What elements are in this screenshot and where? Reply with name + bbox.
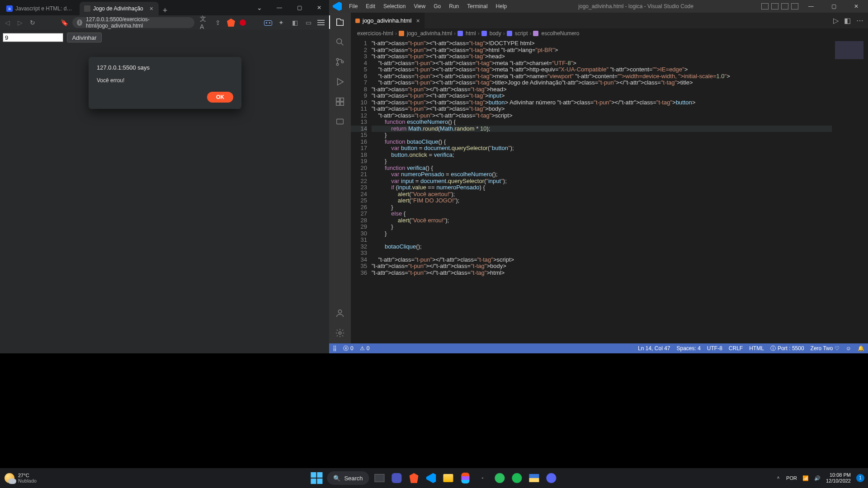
code-content[interactable]: "t-attr">class="t-pun"><"t-attr">class="… [372,38,832,343]
translate-icon[interactable]: 文A [200,18,209,27]
reload-button[interactable]: ↻ [28,18,37,27]
menu-help[interactable]: Help [492,1,511,11]
forward-button[interactable]: ▷ [15,18,24,27]
remote-icon[interactable]: ⣿ [333,345,337,352]
menu-view[interactable]: View [410,1,429,11]
guess-button[interactable]: Adivinhar [67,33,101,42]
bell-icon[interactable]: 🔔 [858,345,864,352]
taskbar-app-spotify[interactable] [510,471,524,485]
close-button[interactable]: ✕ [846,3,866,9]
brave-shield-icon[interactable] [227,19,235,27]
share-icon[interactable]: ⇪ [213,18,222,27]
explorer-icon[interactable] [334,16,346,28]
language-mode[interactable]: HTML [749,345,764,352]
crumb[interactable]: exercicios-html [357,30,393,37]
taskbar-app-monitor[interactable] [528,471,541,485]
site-info-icon[interactable]: i [77,19,82,26]
tray-volume-icon[interactable]: 🔊 [814,475,821,481]
dialog-ok-button[interactable]: OK [207,92,233,103]
close-icon[interactable]: × [416,17,420,24]
problems-warnings[interactable]: ⚠ 0 [360,345,370,352]
taskbar-app-figma[interactable] [459,471,472,485]
search-icon[interactable] [334,36,346,48]
taskbar-app-vscode[interactable] [425,471,438,485]
crumb[interactable]: html [466,30,476,37]
split-editor-icon[interactable]: ◧ [844,16,851,25]
tray-clock[interactable]: 10:08 PM 12/10/2022 [826,472,851,484]
crumb[interactable]: jogo_adivinha.html [407,30,452,37]
sidepanel-icon[interactable]: ◧ [290,18,299,27]
brave-rewards-icon[interactable] [240,19,246,26]
layout-icon[interactable] [791,3,798,9]
menu-run[interactable]: Run [445,1,462,11]
new-tab-button[interactable]: + [159,6,171,15]
page-content: Adivinhar 127.0.0.1:5500 says Você errou… [0,30,329,353]
run-debug-icon[interactable] [334,76,346,88]
wallet-icon[interactable]: ▭ [304,18,313,27]
task-view-button[interactable] [373,471,387,485]
more-icon[interactable]: ⋯ [856,16,863,25]
maximize-button[interactable]: ▢ [824,3,844,9]
notifications-button[interactable]: 1 [856,474,864,482]
cursor-position[interactable]: Ln 14, Col 47 [638,345,670,352]
taskbar-app-explorer[interactable] [442,471,455,485]
taskbar-app-evernote[interactable] [493,471,507,485]
close-icon[interactable]: × [150,5,153,12]
taskbar-app-discord[interactable] [545,471,558,485]
tray-language[interactable]: POR [786,475,797,481]
tray-chevron-icon[interactable]: ＾ [776,475,781,482]
taskbar-search[interactable]: 🔍 Search [327,471,369,485]
problems-errors[interactable]: ⓧ 0 [343,345,354,352]
crumb[interactable]: escolheNumero [541,30,579,37]
taskbar-app-notion[interactable] [476,471,490,485]
browser-tab-active[interactable]: Jogo de Adivinhação × [80,2,159,15]
crumb[interactable]: script [515,30,528,37]
breadcrumbs[interactable]: exercicios-html› jogo_adivinha.html› htm… [351,28,868,38]
file-tab[interactable]: jogo_adivinha.html × [351,13,425,28]
browser-tab-inactive[interactable]: a Javascript e HTML: desenvolva um jog [2,2,80,15]
eol[interactable]: CRLF [729,345,743,352]
minimize-button[interactable]: — [801,3,821,9]
address-bar[interactable]: i 127.0.0.1:5500/exercicios-html/jogo_ad… [72,17,194,28]
feedback-icon[interactable]: ☺ [846,345,851,352]
layout-icon[interactable] [781,3,788,9]
minimap[interactable] [832,38,868,343]
taskbar-app-teams[interactable] [390,471,404,485]
back-button[interactable]: ◁ [3,18,12,27]
menu-file[interactable]: File [345,1,361,11]
source-control-icon[interactable] [334,56,346,68]
minimize-button[interactable]: — [269,1,289,14]
guess-input[interactable] [3,33,63,42]
weather-widget[interactable]: 27°C Nublado [0,473,37,483]
alert-dialog: 127.0.0.1:5500 says Você errou! OK [89,57,241,109]
menu-terminal[interactable]: Terminal [463,1,491,11]
maximize-button[interactable]: ▢ [289,1,309,14]
extensions-icon[interactable] [334,96,346,108]
code-editor[interactable]: 1234567891011121314151617181920212223242… [351,38,868,343]
settings-gear-icon[interactable] [334,327,346,339]
close-button[interactable]: ✕ [309,1,329,14]
layout-icon[interactable] [761,3,769,9]
vscode-titlebar: File Edit Selection View Go Run Terminal… [329,0,868,13]
start-button[interactable] [310,471,323,485]
docker-icon[interactable] [334,116,346,127]
crumb[interactable]: body [490,30,501,37]
extensions-icon[interactable]: ✦ [277,18,286,27]
menu-go[interactable]: Go [430,1,444,11]
clock-time: 10:08 PM [826,472,851,478]
robot-icon[interactable] [264,19,272,26]
menu-selection[interactable]: Selection [380,1,409,11]
account-icon[interactable] [334,307,346,319]
run-icon[interactable]: ▷ [833,16,839,25]
live-server-port[interactable]: ⓘ Port : 5500 [770,345,804,352]
theme-name[interactable]: Zero Two ♡ [811,345,840,352]
taskbar-app-brave[interactable] [407,471,421,485]
bookmark-icon[interactable]: 🔖 [60,18,69,27]
chevron-down-icon[interactable]: ⌄ [250,1,269,14]
tray-wifi-icon[interactable]: 📶 [802,475,809,481]
encoding[interactable]: UTF-8 [707,345,722,352]
menu-button[interactable] [317,20,325,25]
menu-edit[interactable]: Edit [362,1,379,11]
layout-icon[interactable] [771,3,778,9]
indentation[interactable]: Spaces: 4 [676,345,700,352]
